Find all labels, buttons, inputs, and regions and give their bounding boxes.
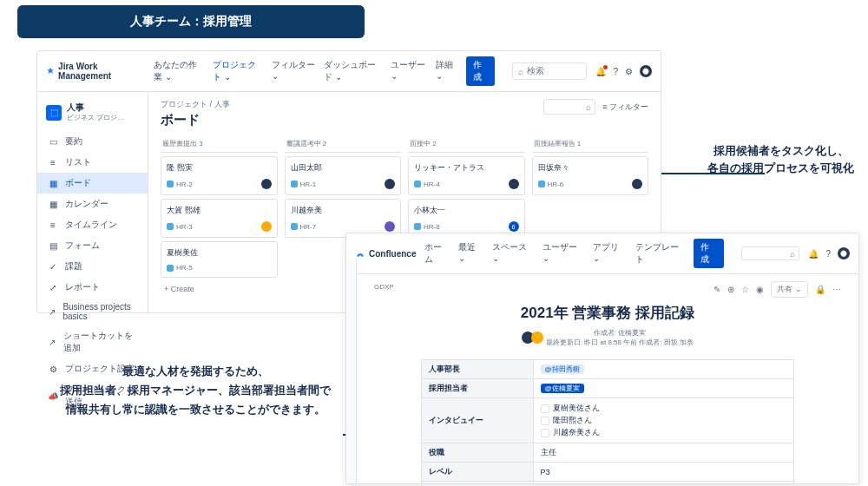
sidebar-item[interactable]: ⚙プロジェクト設定 (37, 358, 148, 379)
sidebar-item[interactable]: ▭要約 (37, 131, 148, 152)
assignee-avatar[interactable] (509, 179, 519, 189)
sidebar-item[interactable]: ↗Business projects basics (37, 298, 148, 325)
sidebar-icon: ▦ (48, 179, 58, 188)
assignee-avatar[interactable] (261, 221, 272, 232)
help-icon[interactable]: ? (825, 249, 831, 259)
page-title: ボード (161, 112, 230, 128)
sidebar-icon: ↗ (48, 307, 56, 317)
assignee-avatar[interactable] (261, 179, 272, 189)
issue-key: HR-3 (167, 223, 193, 231)
conf-topbar: Confluence ホーム最近 ⌄スペース ⌄ユーザー ⌄アプリ ⌄テンプレー… (346, 233, 858, 274)
bell-icon[interactable]: 🔔 (808, 249, 819, 259)
table-row: 採用ページウェブサイトに掲載 (421, 482, 793, 484)
jira-nav: あなたの作業 ⌄プロジェクト ⌄フィルター ⌄ダッシュボード ⌄ユーザー ⌄詳細… (154, 59, 457, 83)
nav-item[interactable]: プロジェクト ⌄ (213, 59, 263, 83)
avatar[interactable]: ⬤ (640, 65, 652, 77)
card[interactable]: 山田太郎 HR-1 (285, 156, 402, 195)
sidebar-icon: ⚙ (48, 364, 58, 374)
sidebar-icon: ▤ (48, 241, 58, 251)
sidebar-item[interactable]: ✓課題 (37, 256, 148, 277)
sidebar-item[interactable]: ↗ショートカットを追加 (37, 325, 148, 358)
jira-logo[interactable]: Jira Work Management (46, 62, 138, 81)
mention-tag[interactable]: @持田秀樹 (541, 364, 584, 374)
nav-item[interactable]: フィルター ⌄ (272, 59, 315, 83)
column-header: 面接結果報告 1 (532, 135, 649, 153)
confluence-logo[interactable]: Confluence (355, 248, 416, 259)
jira-sidebar: ⬚ 人事 ビジネス プロジ… ▭要約≡リスト▦ボード▦カレンダー≡タイムライン▤… (37, 92, 148, 312)
nav-item[interactable]: 最近 ⌄ (458, 241, 483, 266)
jira-topbar: Jira Work Management あなたの作業 ⌄プロジェクト ⌄フィル… (37, 51, 661, 92)
card[interactable]: 田坂奈々 HR-6 (532, 156, 649, 195)
sidebar-icon: ≡ (48, 220, 58, 230)
sidebar-item[interactable]: ▦ボード (37, 173, 148, 194)
sidebar-item[interactable]: ≡タイムライン (37, 214, 148, 235)
assignee-avatar[interactable] (632, 179, 642, 189)
conf-nav: ホーム最近 ⌄スペース ⌄ユーザー ⌄アプリ ⌄テンプレート (424, 241, 684, 266)
nav-item[interactable]: 詳細 ⌄ (436, 59, 457, 83)
properties-table: 人事部長@持田秀樹採用担当者@佐橋夏実インタビュイー夏樹美佐さん隆田熙さん川越奈… (421, 359, 794, 483)
nav-item[interactable]: ダッシュボード ⌄ (324, 59, 381, 83)
space-crumb[interactable]: GDXP (374, 283, 394, 291)
card[interactable]: リッキー・アトラス HR-4 (408, 156, 525, 195)
edit-icon[interactable]: ✎ (713, 285, 720, 294)
assignee-avatar[interactable] (385, 179, 395, 189)
sidebar-icon: ⤢ (48, 283, 58, 292)
gear-icon[interactable]: ⚙ (625, 67, 633, 76)
page-meta: 作成者: 佐橋夏実 最終更新日: 昨日 at 8:58 午前 作成者: 田坂 加… (374, 328, 841, 347)
issue-key: HR-2 (167, 181, 193, 188)
nav-item[interactable]: テンプレート (635, 241, 685, 266)
nav-item[interactable]: ユーザー ⌄ (542, 241, 584, 266)
nav-item[interactable]: アプリ ⌄ (593, 241, 627, 266)
search-input[interactable]: ⌕ 検索 (512, 62, 588, 80)
nav-item[interactable]: ユーザー ⌄ (391, 59, 427, 83)
card[interactable]: 隆 熙実 HR-2 (161, 156, 278, 195)
sidebar-item[interactable]: ≡リスト (37, 152, 148, 173)
bell-icon[interactable]: 🔔 (595, 67, 606, 76)
create-button[interactable]: 作成 (694, 239, 724, 268)
comment-icon[interactable]: ⊕ (727, 285, 734, 294)
share-button[interactable]: 共有 ⌄ (771, 281, 808, 298)
sidebar-item[interactable]: ▤フォーム (37, 235, 148, 256)
sidebar-item[interactable]: ⤢レポート (37, 277, 148, 298)
column-header: 審議選考中 2 (285, 135, 402, 153)
mention-tag[interactable]: @佐橋夏実 (541, 384, 584, 393)
conf-sidebar-collapsed[interactable] (346, 259, 357, 483)
assignee-avatar[interactable] (385, 221, 395, 232)
nav-item[interactable]: あなたの作業 ⌄ (154, 59, 204, 83)
nav-item[interactable]: ホーム (424, 241, 449, 266)
card[interactable]: 夏樹美佐 HR-5 (161, 241, 278, 278)
column-header: 履歴書提出 3 (161, 135, 278, 153)
header-banner: 人事チーム：採用管理 (17, 5, 365, 38)
issue-key: HR-1 (291, 181, 317, 188)
sidebar-icon: ▭ (48, 137, 58, 147)
nav-item[interactable]: スペース ⌄ (492, 241, 534, 266)
sidebar-icon: ↗ (48, 338, 56, 347)
filter-button[interactable]: ≡ フィルター (602, 102, 648, 113)
help-icon[interactable]: ? (613, 67, 618, 76)
watch-icon[interactable]: ◉ (756, 285, 764, 294)
topbar-icons: 🔔 ? ⚙ ⬤ (595, 65, 652, 77)
checkbox-item[interactable]: 夏樹美佐さん (541, 403, 787, 414)
column-header: 面接中 2 (408, 135, 525, 153)
card[interactable]: 大賀 熙雄 HR-3 (161, 199, 278, 238)
more-icon[interactable]: ⋯ (832, 285, 841, 294)
board-search[interactable]: ⌕ (543, 99, 595, 115)
connector-line (643, 173, 765, 174)
create-card[interactable]: + Create (161, 281, 278, 297)
sidebar-item[interactable]: 📣フィードバックを送信 (37, 379, 148, 412)
breadcrumb[interactable]: プロジェクト / 人事 (161, 99, 230, 110)
avatar[interactable]: ⬤ (838, 247, 850, 259)
checkbox-item[interactable]: 隆田熙さん (541, 415, 787, 426)
project-header[interactable]: ⬚ 人事 ビジネス プロジ… (37, 99, 148, 131)
checkbox-item[interactable]: 川越奈美さん (541, 427, 787, 438)
star-icon[interactable]: ☆ (741, 285, 749, 294)
table-row: 人事部長@持田秀樹 (421, 360, 793, 379)
lock-icon[interactable]: 🔒 (815, 285, 825, 294)
sidebar-item[interactable]: ▦カレンダー (37, 194, 148, 214)
confluence-window: Confluence ホーム最近 ⌄スペース ⌄ユーザー ⌄アプリ ⌄テンプレー… (345, 233, 859, 484)
sidebar-icon: ▦ (48, 200, 58, 209)
create-button[interactable]: 作成 (466, 56, 495, 86)
search-input[interactable]: ⌕ (741, 246, 799, 260)
board-column: 履歴書提出 3 隆 熙実 HR-2 大賀 熙雄 HR-3 夏樹美佐 HR-5 +… (161, 135, 278, 297)
count-badge: 6 (509, 221, 519, 232)
